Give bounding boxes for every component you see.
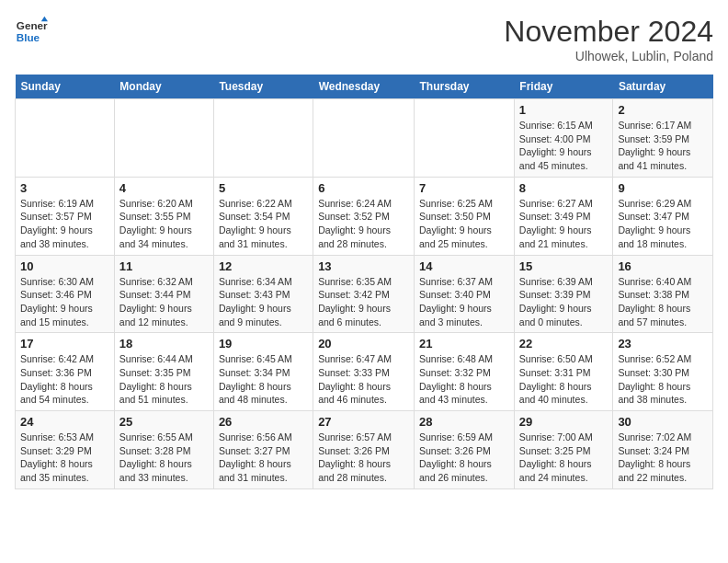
day-info: Sunrise: 6:57 AM Sunset: 3:26 PM Dayligh… [318, 431, 409, 485]
day-number: 8 [519, 181, 609, 195]
logo-icon: General Blue [15, 15, 48, 48]
day-header-saturday: Saturday [613, 75, 713, 99]
calendar-cell: 14Sunrise: 6:37 AM Sunset: 3:40 PM Dayli… [415, 255, 515, 333]
day-info: Sunrise: 6:34 AM Sunset: 3:43 PM Dayligh… [219, 275, 308, 329]
calendar-cell [415, 99, 515, 178]
calendar-cell: 8Sunrise: 6:27 AM Sunset: 3:49 PM Daylig… [514, 177, 613, 255]
day-number: 24 [20, 415, 109, 429]
day-info: Sunrise: 7:02 AM Sunset: 3:24 PM Dayligh… [618, 431, 708, 485]
day-number: 16 [618, 259, 708, 273]
day-info: Sunrise: 6:30 AM Sunset: 3:46 PM Dayligh… [20, 275, 109, 329]
day-info: Sunrise: 6:59 AM Sunset: 3:26 PM Dayligh… [419, 431, 509, 485]
day-number: 17 [20, 337, 109, 350]
day-number: 7 [419, 181, 509, 195]
day-info: Sunrise: 6:42 AM Sunset: 3:36 PM Dayligh… [20, 352, 109, 407]
day-number: 22 [519, 337, 609, 350]
day-number: 29 [519, 415, 609, 429]
calendar-cell: 10Sunrise: 6:30 AM Sunset: 3:46 PM Dayli… [16, 255, 115, 333]
calendar-cell: 2Sunrise: 6:17 AM Sunset: 3:59 PM Daylig… [613, 99, 713, 178]
calendar-cell [16, 99, 115, 178]
day-info: Sunrise: 6:50 AM Sunset: 3:31 PM Dayligh… [519, 352, 609, 407]
calendar-cell: 23Sunrise: 6:52 AM Sunset: 3:30 PM Dayli… [613, 333, 713, 411]
day-number: 11 [119, 259, 209, 273]
svg-text:Blue: Blue [17, 31, 40, 43]
day-info: Sunrise: 6:35 AM Sunset: 3:42 PM Dayligh… [318, 275, 409, 329]
day-info: Sunrise: 6:24 AM Sunset: 3:52 PM Dayligh… [318, 197, 409, 251]
day-header-monday: Monday [114, 75, 213, 99]
calendar-cell: 1Sunrise: 6:15 AM Sunset: 4:00 PM Daylig… [514, 99, 613, 178]
day-info: Sunrise: 6:56 AM Sunset: 3:27 PM Dayligh… [219, 431, 308, 485]
day-info: Sunrise: 6:22 AM Sunset: 3:54 PM Dayligh… [219, 197, 308, 251]
calendar-table: SundayMondayTuesdayWednesdayThursdayFrid… [15, 75, 713, 489]
day-info: Sunrise: 6:44 AM Sunset: 3:35 PM Dayligh… [119, 352, 209, 407]
day-info: Sunrise: 6:20 AM Sunset: 3:55 PM Dayligh… [119, 197, 209, 251]
calendar-cell: 30Sunrise: 7:02 AM Sunset: 3:24 PM Dayli… [613, 411, 713, 489]
day-number: 10 [20, 259, 109, 273]
calendar-week-row: 17Sunrise: 6:42 AM Sunset: 3:36 PM Dayli… [16, 333, 713, 411]
day-info: Sunrise: 6:53 AM Sunset: 3:29 PM Dayligh… [20, 431, 109, 485]
day-number: 2 [618, 103, 708, 117]
day-number: 15 [519, 259, 609, 273]
day-info: Sunrise: 6:32 AM Sunset: 3:44 PM Dayligh… [119, 275, 209, 329]
day-number: 30 [618, 415, 708, 429]
day-info: Sunrise: 7:00 AM Sunset: 3:25 PM Dayligh… [519, 431, 609, 485]
calendar-cell: 21Sunrise: 6:48 AM Sunset: 3:32 PM Dayli… [415, 333, 515, 411]
calendar-cell: 16Sunrise: 6:40 AM Sunset: 3:38 PM Dayli… [613, 255, 713, 333]
day-number: 21 [419, 337, 509, 350]
calendar-cell: 3Sunrise: 6:19 AM Sunset: 3:57 PM Daylig… [16, 177, 115, 255]
calendar-cell: 17Sunrise: 6:42 AM Sunset: 3:36 PM Dayli… [16, 333, 115, 411]
day-number: 28 [419, 415, 509, 429]
day-info: Sunrise: 6:37 AM Sunset: 3:40 PM Dayligh… [419, 275, 509, 329]
calendar-week-row: 24Sunrise: 6:53 AM Sunset: 3:29 PM Dayli… [16, 411, 713, 489]
day-header-friday: Friday [514, 75, 613, 99]
day-number: 27 [318, 415, 409, 429]
calendar-cell: 18Sunrise: 6:44 AM Sunset: 3:35 PM Dayli… [114, 333, 213, 411]
day-number: 20 [318, 337, 409, 350]
day-header-tuesday: Tuesday [213, 75, 313, 99]
day-number: 26 [219, 415, 308, 429]
day-info: Sunrise: 6:15 AM Sunset: 4:00 PM Dayligh… [519, 119, 609, 173]
calendar-cell: 13Sunrise: 6:35 AM Sunset: 3:42 PM Dayli… [313, 255, 415, 333]
day-header-thursday: Thursday [415, 75, 515, 99]
calendar-cell: 4Sunrise: 6:20 AM Sunset: 3:55 PM Daylig… [114, 177, 213, 255]
calendar-week-row: 10Sunrise: 6:30 AM Sunset: 3:46 PM Dayli… [16, 255, 713, 333]
calendar-cell [313, 99, 415, 178]
calendar-cell: 26Sunrise: 6:56 AM Sunset: 3:27 PM Dayli… [213, 411, 313, 489]
day-number: 9 [618, 181, 708, 195]
calendar-cell: 15Sunrise: 6:39 AM Sunset: 3:39 PM Dayli… [514, 255, 613, 333]
day-number: 13 [318, 259, 409, 273]
day-number: 6 [318, 181, 409, 195]
calendar-cell: 25Sunrise: 6:55 AM Sunset: 3:28 PM Dayli… [114, 411, 213, 489]
day-number: 5 [219, 181, 308, 195]
day-number: 23 [618, 337, 708, 350]
day-info: Sunrise: 6:19 AM Sunset: 3:57 PM Dayligh… [20, 197, 109, 251]
title-block: November 2024 Ulhowek, Lublin, Poland [504, 15, 713, 63]
day-number: 12 [219, 259, 308, 273]
calendar-cell: 5Sunrise: 6:22 AM Sunset: 3:54 PM Daylig… [213, 177, 313, 255]
calendar-cell: 7Sunrise: 6:25 AM Sunset: 3:50 PM Daylig… [415, 177, 515, 255]
calendar-week-row: 3Sunrise: 6:19 AM Sunset: 3:57 PM Daylig… [16, 177, 713, 255]
calendar-cell: 11Sunrise: 6:32 AM Sunset: 3:44 PM Dayli… [114, 255, 213, 333]
day-info: Sunrise: 6:39 AM Sunset: 3:39 PM Dayligh… [519, 275, 609, 329]
calendar-cell: 19Sunrise: 6:45 AM Sunset: 3:34 PM Dayli… [213, 333, 313, 411]
calendar-cell: 22Sunrise: 6:50 AM Sunset: 3:31 PM Dayli… [514, 333, 613, 411]
day-number: 14 [419, 259, 509, 273]
calendar-cell: 9Sunrise: 6:29 AM Sunset: 3:47 PM Daylig… [613, 177, 713, 255]
calendar-cell: 12Sunrise: 6:34 AM Sunset: 3:43 PM Dayli… [213, 255, 313, 333]
calendar-cell [213, 99, 313, 178]
day-number: 3 [20, 181, 109, 195]
calendar-week-row: 1Sunrise: 6:15 AM Sunset: 4:00 PM Daylig… [16, 99, 713, 178]
day-info: Sunrise: 6:47 AM Sunset: 3:33 PM Dayligh… [318, 352, 409, 407]
day-info: Sunrise: 6:29 AM Sunset: 3:47 PM Dayligh… [618, 197, 708, 251]
day-number: 1 [519, 103, 609, 117]
calendar-cell: 24Sunrise: 6:53 AM Sunset: 3:29 PM Dayli… [16, 411, 115, 489]
calendar-cell [114, 99, 213, 178]
month-title: November 2024 [504, 15, 713, 49]
day-number: 25 [119, 415, 209, 429]
page-header: General Blue November 2024 Ulhowek, Lubl… [15, 15, 713, 63]
day-header-wednesday: Wednesday [313, 75, 415, 99]
logo: General Blue [15, 15, 48, 48]
calendar-cell: 20Sunrise: 6:47 AM Sunset: 3:33 PM Dayli… [313, 333, 415, 411]
calendar-header-row: SundayMondayTuesdayWednesdayThursdayFrid… [16, 75, 713, 99]
day-info: Sunrise: 6:52 AM Sunset: 3:30 PM Dayligh… [618, 352, 708, 407]
